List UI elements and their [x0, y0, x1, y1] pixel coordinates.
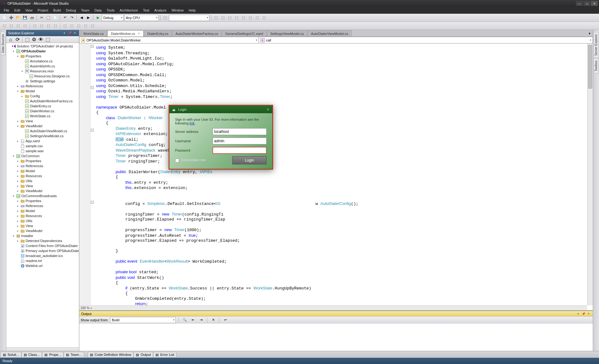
expand-icon[interactable]: ▸ — [16, 200, 19, 202]
login-info-link[interactable]: link — [189, 121, 195, 125]
tree-item[interactable]: ▸App.xaml — [16, 139, 73, 143]
tree-item[interactable]: Weblink.url — [16, 264, 79, 268]
tb-btn-a[interactable]: ⬚ — [162, 15, 168, 21]
output-clear-button[interactable]: ✕ — [210, 317, 216, 323]
expand-icon[interactable]: ▸ — [21, 95, 24, 98]
tree-item[interactable]: DialerEntry.cs — [20, 104, 73, 108]
bottom-tab-code-definition-window[interactable]: ▤Code Definition Window — [88, 352, 133, 357]
login-close-button[interactable]: ✕ — [265, 107, 270, 112]
tree-item[interactable]: Content Files from OPSAutoDialer (Active… — [16, 244, 79, 248]
expand-icon[interactable]: ▾ — [12, 155, 15, 158]
tree-item[interactable]: ▸Model — [16, 209, 44, 213]
expand-icon[interactable]: ▸ — [16, 170, 19, 172]
tree-item[interactable]: ▸View — [16, 224, 44, 228]
tree-item[interactable]: ▸Detected Dependencies — [16, 239, 79, 243]
tree-item[interactable]: readme.txt — [16, 259, 79, 263]
tree-item[interactable]: SettingsViewModel.cs — [20, 134, 68, 138]
tree-item[interactable]: ▸Utils — [16, 179, 44, 183]
menu-build[interactable]: Build — [51, 8, 63, 13]
tree-item[interactable]: ▸Utils — [16, 219, 44, 223]
panel-pin-button[interactable]: 📌 — [67, 31, 72, 35]
expand-icon[interactable]: ▸ — [16, 160, 19, 163]
expand-icon[interactable]: ▸ — [16, 240, 19, 242]
bottom-tab-left[interactable]: ▤Soluti... — [1, 352, 21, 357]
remember-me-label[interactable]: Remember me — [175, 158, 213, 163]
tree-item[interactable]: ▸Model — [16, 169, 44, 173]
output-dropdown-button[interactable]: ▾ — [576, 312, 580, 316]
menu-view[interactable]: View — [23, 8, 35, 13]
bottom-tab-left[interactable]: ▤Team... — [64, 352, 84, 357]
expand-icon[interactable]: ▸ — [16, 210, 19, 212]
login-title-bar[interactable]: Login ✕ — [169, 106, 272, 113]
expand-icon[interactable]: ▾ — [16, 90, 19, 93]
bottom-tab-left[interactable]: ▤Prope... — [42, 352, 63, 357]
tree-item[interactable]: Annotations.cs — [20, 59, 70, 63]
zoom-combo[interactable]: 100 % — [81, 306, 92, 310]
solution-tree[interactable]: Solution 'OPSAutoDialer' (4 projects)▾OP… — [6, 43, 79, 347]
tb2-4[interactable]: ⬚ — [22, 23, 28, 29]
tab-autodialerviewmodel-cs[interactable]: AutoDialerViewModel.cs — [307, 30, 351, 36]
tree-item[interactable]: ▸ViewModel — [16, 189, 44, 193]
tree-item[interactable]: AutoDialerViewModel.cs — [20, 129, 68, 133]
username-input[interactable] — [213, 138, 267, 144]
tree-item[interactable]: ▾Resources.resx — [20, 69, 70, 73]
cut-button[interactable]: ✂ — [38, 15, 45, 21]
output-close-button[interactable]: ✕ — [587, 312, 591, 316]
open-button[interactable]: 📂 — [15, 15, 21, 21]
expand-icon[interactable]: ▸ — [16, 225, 19, 227]
tab-autodialerworkerfactory-cs[interactable]: AutoDialerWorkerFactory.cs — [172, 30, 222, 36]
nav-member-combo[interactable]: call — [259, 37, 593, 43]
tree-item[interactable]: ▾Model — [16, 89, 73, 93]
menu-debug[interactable]: Debug — [63, 8, 78, 13]
tree-item[interactable]: sample.csv — [16, 144, 73, 148]
expand-icon[interactable]: ▸ — [16, 190, 19, 192]
tb2-1[interactable]: ⬚ — [1, 23, 7, 29]
tree-item[interactable]: ▸References — [16, 204, 44, 208]
tree-item[interactable]: ▾Installer — [11, 234, 79, 238]
add-item-button[interactable]: ➕ — [8, 15, 14, 21]
tb2-10[interactable]: ⬚ — [69, 23, 75, 29]
server-explorer-tab[interactable]: Server Explorer — [593, 32, 599, 58]
redo-button[interactable]: ↷ — [69, 15, 75, 21]
tree-item[interactable]: Settings.settings — [20, 79, 70, 83]
expand-icon[interactable]: ▾ — [21, 70, 24, 73]
nav-type-combo[interactable]: OPSAutoDialer.Model.DialerWorker — [79, 37, 259, 43]
expand-icon[interactable]: ▸ — [16, 180, 19, 182]
tb-misc-5[interactable]: ⬚ — [240, 15, 247, 21]
tree-item[interactable]: ▸ViewModel — [16, 229, 44, 233]
bottom-tab-left[interactable]: ▤Class... — [22, 352, 42, 357]
nav-back-button[interactable]: ◀ — [78, 15, 85, 21]
tab-generalsettingsuc-xaml[interactable]: GeneralSettingsUC.xaml — [222, 30, 267, 36]
tb-misc-3[interactable]: ⬚ — [227, 15, 233, 21]
menu-team[interactable]: Team — [79, 8, 92, 13]
menu-window[interactable]: Window — [169, 8, 186, 13]
tb-misc-1[interactable]: ⬚ — [213, 15, 219, 21]
tb2-9[interactable]: ⬚ — [62, 23, 68, 29]
output-source-combo[interactable]: Build — [110, 317, 176, 323]
tree-hscroll[interactable] — [6, 347, 79, 351]
tree-item[interactable]: ▸View — [16, 119, 73, 123]
menu-data[interactable]: Data — [92, 8, 104, 13]
tb2-3[interactable]: ⬚ — [15, 23, 21, 29]
menu-test[interactable]: Test — [140, 8, 152, 13]
editor-vscroll[interactable] — [587, 44, 593, 305]
close-button[interactable]: ✕ — [591, 1, 598, 6]
minimize-button[interactable]: — — [576, 1, 583, 6]
toolbox-tab[interactable]: Toolbox — [593, 58, 599, 73]
expand-icon[interactable]: ▾ — [12, 50, 15, 53]
save-button[interactable]: 💾 — [22, 15, 28, 21]
tree-item[interactable]: sample.wav — [16, 149, 73, 153]
expand-icon[interactable]: ▾ — [16, 55, 19, 58]
expand-icon[interactable]: ▸ — [16, 85, 19, 88]
tb2-13[interactable]: ⬚ — [89, 23, 96, 29]
output-pin-button[interactable]: 📌 — [581, 312, 586, 316]
expand-icon[interactable]: ▾ — [12, 235, 15, 237]
undo-button[interactable]: ↶ — [62, 15, 68, 21]
remember-me-checkbox[interactable] — [175, 158, 179, 163]
sol-tb-props[interactable]: ⚙ — [31, 36, 37, 43]
expand-icon[interactable]: ▾ — [12, 195, 15, 197]
tree-item[interactable]: AssemblyInfo.cs — [20, 64, 70, 68]
tree-item[interactable]: ▸View — [16, 184, 44, 188]
find-combo[interactable] — [169, 15, 209, 21]
tree-item[interactable]: ▾ViewModel — [16, 124, 73, 128]
